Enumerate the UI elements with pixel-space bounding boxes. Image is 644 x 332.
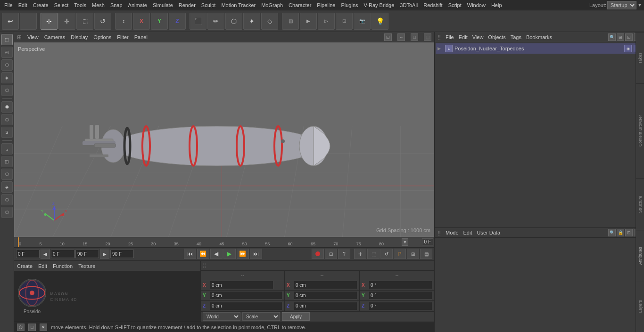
vp-view[interactable]: View — [27, 34, 39, 40]
mode-btn-7[interactable]: ⬡ — [1, 114, 13, 125]
attr-expand-btn[interactable]: ⊡ — [625, 229, 633, 236]
rot-x-field[interactable] — [369, 281, 432, 289]
obj-tags[interactable]: Tags — [509, 34, 523, 40]
vp-panel[interactable]: Panel — [134, 34, 148, 40]
rotate-tool[interactable]: ↺ — [94, 13, 111, 30]
menu-simulate[interactable]: Simulate — [150, 1, 175, 9]
vtab-takes[interactable]: Takes — [636, 32, 644, 83]
menu-render[interactable]: Render — [176, 1, 198, 9]
attr-edit[interactable]: Edit — [462, 230, 474, 235]
menu-help[interactable]: Help — [489, 1, 504, 9]
key-tl-btn[interactable]: ↺ — [380, 249, 393, 259]
mode-btn-4[interactable]: ◈ — [1, 72, 13, 83]
undo-btn[interactable]: ↩ — [2, 13, 19, 30]
frame-range-btn[interactable]: ◀ — [41, 249, 50, 259]
vtab-layers[interactable]: Layers — [636, 281, 644, 332]
deformer-tool[interactable]: ◇ — [261, 13, 278, 30]
obj-filter-btn[interactable]: ⊞ — [617, 33, 624, 41]
vp-ctrl4[interactable]: ⬚ — [424, 33, 431, 41]
size-y-field[interactable] — [294, 291, 357, 300]
size-x-field[interactable] — [294, 281, 357, 289]
menu-vray[interactable]: V-Ray Bridge — [362, 1, 397, 9]
attr-lock-btn[interactable]: 🔒 — [617, 229, 624, 236]
layout-tl-btn[interactable]: ⊞ — [407, 249, 419, 259]
auto-key-btn[interactable]: ⊡ — [325, 249, 337, 259]
uv-function[interactable]: Function — [53, 263, 73, 269]
vtab-structure[interactable]: Structure — [636, 178, 644, 230]
mode-btn-2[interactable]: ◎ — [1, 47, 13, 58]
object-item[interactable]: ▶ L Poseidon_Nuclear_Torpedoes ◉ ◎ — [436, 43, 643, 54]
viewport-render[interactable]: ▶ — [300, 13, 317, 30]
vp-ctrl3[interactable]: □ — [411, 33, 418, 41]
attr-mode[interactable]: Mode — [444, 230, 461, 235]
nurbs-tool[interactable]: ⬡ — [225, 13, 242, 30]
play-back-btn[interactable]: ◀ — [210, 249, 223, 259]
uv-edit[interactable]: Edit — [38, 263, 47, 269]
timeline-ruler[interactable]: 0 5 10 15 20 25 30 35 40 45 50 55 — [14, 237, 434, 248]
menu-motion-tracker[interactable]: Motion Tracker — [219, 1, 258, 9]
transform-tool[interactable]: ↕ — [115, 13, 132, 30]
mode-btn-11[interactable]: ⬡ — [1, 169, 13, 180]
vp-cameras[interactable]: Cameras — [44, 34, 66, 40]
motion-btn[interactable]: ✛ — [354, 249, 366, 259]
current-frame-field[interactable] — [51, 250, 74, 258]
end-frame-field1[interactable] — [75, 250, 99, 258]
obj-file[interactable]: File — [444, 34, 456, 40]
world-select[interactable]: World — [203, 312, 240, 321]
obj-view[interactable]: View — [471, 34, 486, 40]
mode-btn-8[interactable]: S — [1, 127, 13, 138]
viewport-canvas[interactable]: Perspective Grid Spacing : 1000 cm X Y Z — [14, 42, 434, 237]
scale-tool[interactable]: ⬚ — [76, 13, 93, 30]
menu-window[interactable]: Window — [465, 1, 488, 9]
viewport-region[interactable]: ▷ — [318, 13, 335, 30]
obj-edit[interactable]: Edit — [457, 34, 470, 40]
rot-y-field[interactable] — [369, 291, 432, 300]
menu-create[interactable]: Create — [31, 1, 51, 9]
vtab-content-browser[interactable]: Content Browser — [636, 83, 644, 178]
viewport-ir[interactable]: ⊡ — [336, 13, 353, 30]
menu-character[interactable]: Character — [286, 1, 314, 9]
light-btn[interactable]: 💡 — [372, 13, 388, 30]
effector-tool[interactable]: ✦ — [243, 13, 260, 30]
pos-x-field[interactable] — [210, 281, 273, 289]
snap-tl-btn[interactable]: ⬚ — [367, 249, 380, 259]
attr-search-btn[interactable]: 🔍 — [608, 229, 616, 236]
scale-select[interactable]: Scale — [242, 312, 280, 321]
obj-objects[interactable]: Objects — [486, 34, 507, 40]
mode-btn-12[interactable]: ⬙ — [1, 181, 13, 193]
apply-button[interactable]: Apply — [282, 312, 310, 321]
menu-animate[interactable]: Animate — [126, 1, 149, 9]
menu-redshift[interactable]: Redshift — [421, 1, 445, 9]
menu-3dtoall[interactable]: 3DToAll — [397, 1, 420, 9]
select-tool[interactable]: ⊹ — [41, 13, 58, 30]
rot-z-field[interactable] — [369, 302, 432, 310]
uv-texture[interactable]: Texture — [78, 263, 95, 269]
z-axis[interactable]: Z — [169, 13, 186, 30]
menu-sculpt[interactable]: Sculpt — [199, 1, 218, 9]
mode-btn-9[interactable]: ⌟ — [1, 143, 13, 154]
mode-btn-3[interactable]: ⬡ — [1, 59, 13, 71]
attr-user-data[interactable]: User Data — [475, 230, 503, 235]
vp-display[interactable]: Display — [71, 34, 88, 40]
solo-btn[interactable]: P — [394, 249, 406, 259]
layout-select[interactable]: Startup — [607, 1, 636, 9]
status-icon2[interactable]: □ — [28, 324, 36, 331]
end-frame-field2[interactable] — [110, 250, 134, 258]
frame-nav-btn[interactable]: ▼ — [402, 238, 408, 246]
mode-btn-5[interactable]: ⬡ — [1, 85, 13, 96]
vp-ctrl1[interactable]: ⊡ — [384, 33, 392, 41]
vp-options[interactable]: Options — [93, 34, 111, 40]
menu-snap[interactable]: Snap — [108, 1, 125, 9]
go-start-btn[interactable]: ⏮ — [184, 249, 196, 259]
frame-range-btn2[interactable]: ▶ — [100, 249, 109, 259]
menu-file[interactable]: File — [2, 1, 15, 9]
uv-create[interactable]: Create — [17, 263, 33, 269]
status-icon1[interactable]: ⬡ — [17, 324, 25, 331]
menu-edit[interactable]: Edit — [16, 1, 30, 9]
mode-btn-1[interactable]: ⬚ — [1, 34, 13, 45]
start-frame-field[interactable] — [16, 250, 40, 258]
mode-btn-6[interactable]: ⬢ — [1, 101, 13, 113]
obj-bookmarks[interactable]: Bookmarks — [524, 34, 554, 40]
menu-tools[interactable]: Tools — [72, 1, 89, 9]
step-back-btn[interactable]: ⏪ — [197, 249, 209, 259]
